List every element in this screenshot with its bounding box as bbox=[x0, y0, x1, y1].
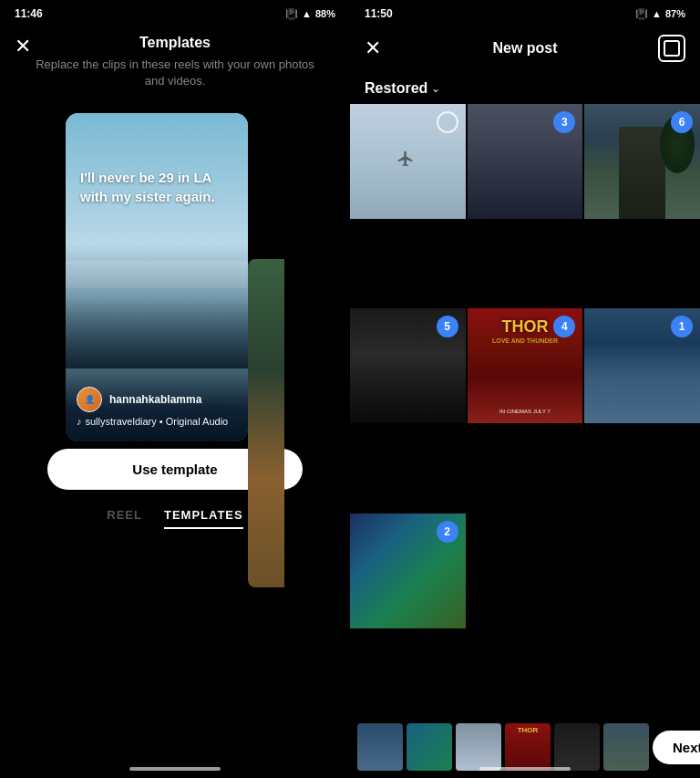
right-header: ✕ New post bbox=[350, 27, 700, 73]
multi-select-button[interactable] bbox=[658, 35, 685, 62]
album-selector[interactable]: Restored ⌄ bbox=[350, 73, 700, 104]
thumb-5[interactable] bbox=[554, 723, 600, 771]
close-button-right[interactable]: ✕ bbox=[365, 36, 392, 60]
grid-cell-1-1[interactable] bbox=[350, 104, 466, 219]
reel-audio: ♪ sullystraveldiary • Original Audio bbox=[77, 416, 237, 427]
battery-left: 88% bbox=[315, 8, 335, 19]
selection-badge-6: 6 bbox=[671, 111, 693, 133]
grid-cell-1-3[interactable]: 6 bbox=[584, 104, 700, 219]
album-name: Restored bbox=[365, 80, 427, 97]
reel-avatar: 👤 bbox=[77, 387, 102, 412]
chevron-down-icon: ⌄ bbox=[431, 82, 440, 95]
thumb-3[interactable] bbox=[456, 723, 501, 771]
vibrate-icon: 📳 bbox=[285, 8, 298, 20]
status-bar-left: 11:46 📳 ▲ 88% bbox=[0, 0, 350, 27]
thumb-1[interactable] bbox=[357, 723, 403, 771]
close-button-left[interactable]: ✕ bbox=[15, 35, 31, 58]
home-indicator-left bbox=[129, 767, 221, 771]
grid-cell-3-1[interactable]: 2 bbox=[350, 513, 466, 628]
thumb-4[interactable]: THOR bbox=[505, 723, 551, 771]
left-title: Templates bbox=[139, 35, 211, 51]
right-title: New post bbox=[392, 40, 658, 57]
right-panel: 11:50 📳 ▲ 87% ✕ New post Restored ⌄ bbox=[350, 0, 700, 778]
wifi-icon-right: ▲ bbox=[652, 8, 662, 19]
wifi-icon-left: ▲ bbox=[302, 8, 312, 19]
left-panel: 11:46 📳 ▲ 88% ✕ Templates Replace the cl… bbox=[0, 0, 350, 778]
reel-username: hannahkablamma bbox=[109, 393, 201, 406]
photo-grid: 3 6 5 THOR LOVE AND THUNDER IN CINEMAS J… bbox=[350, 104, 700, 716]
time-right: 11:50 bbox=[365, 7, 393, 20]
left-subtitle: Replace the clips in these reels with yo… bbox=[15, 57, 335, 89]
status-right-right: 📳 ▲ 87% bbox=[635, 8, 685, 20]
side-reel-peek bbox=[248, 259, 284, 587]
status-right-left: 📳 ▲ 88% bbox=[285, 8, 335, 20]
home-indicator-right bbox=[479, 767, 571, 771]
battery-right: 87% bbox=[665, 8, 685, 19]
thumb-6[interactable] bbox=[603, 723, 649, 771]
reel-card[interactable]: I'll never be 29 in LA with my sister ag… bbox=[66, 113, 248, 441]
thumb-2[interactable] bbox=[407, 723, 452, 771]
selection-badge-2: 2 bbox=[437, 521, 458, 543]
grid-cell-2-1[interactable]: 5 bbox=[350, 308, 466, 423]
tab-reel[interactable]: REEL bbox=[107, 508, 142, 529]
reel-user-info: 👤 hannahkablamma ♪ sullystraveldiary • O… bbox=[77, 387, 237, 427]
selection-badge-5: 5 bbox=[437, 316, 458, 337]
vibrate-icon-right: 📳 bbox=[635, 8, 648, 20]
next-button[interactable]: Next › bbox=[653, 731, 700, 764]
grid-cell-1-2[interactable]: 3 bbox=[468, 104, 583, 219]
time-left: 11:46 bbox=[15, 7, 43, 20]
grid-cell-2-3[interactable]: 1 bbox=[584, 308, 700, 423]
reel-text: I'll never be 29 in LA with my sister ag… bbox=[80, 168, 233, 206]
left-header: ✕ Templates Replace the clips in these r… bbox=[0, 27, 350, 100]
airplane-icon bbox=[396, 150, 415, 168]
status-bar-right: 11:50 📳 ▲ 87% bbox=[350, 0, 700, 27]
selection-ring-1 bbox=[437, 111, 458, 133]
grid-cell-2-2[interactable]: THOR LOVE AND THUNDER IN CINEMAS JULY 7 … bbox=[468, 308, 583, 423]
tab-templates[interactable]: TEMPLATES bbox=[164, 508, 243, 529]
tab-bar: REEL TEMPLATES bbox=[107, 508, 242, 529]
